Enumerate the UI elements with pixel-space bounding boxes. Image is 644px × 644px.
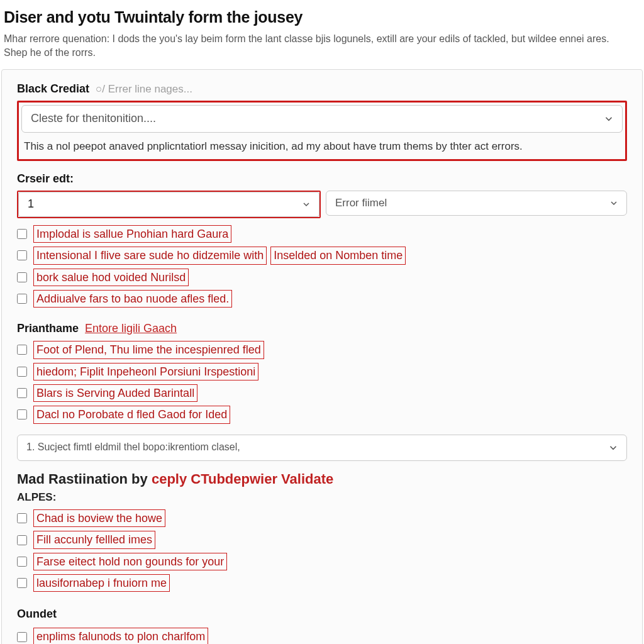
validate-heading-plain: Mad Rastiination by (17, 471, 152, 487)
list-item: enplims falunods to plon charlfom (17, 626, 627, 644)
credit-helper-text: This a nol peepot anaved pnplicntatiorl … (21, 133, 623, 157)
checkbox[interactable] (17, 229, 27, 239)
checkbox-label-part-a: Intensional I flive sare sude ho didzemi… (33, 247, 267, 264)
checkbox-label[interactable]: enplims falunods to plon charlfom (33, 628, 208, 644)
checkbox-label[interactable]: Chad is boview the howe (33, 509, 165, 527)
prianthame-checklist: Foot of Plend, Thu lime the incespienred… (17, 339, 627, 425)
crseir-checklist: Implodal is sallue Pnohian hard Gaura In… (17, 223, 627, 309)
alpes-label: ALPES: (17, 490, 627, 505)
chevron-down-icon (608, 442, 619, 453)
page-header: Diser and yotu Twuintaly form the jousey… (0, 0, 644, 69)
checkbox[interactable] (17, 578, 27, 588)
checkbox-label[interactable]: Fill accunly fellled imes (33, 531, 155, 548)
subject-select-value: 1. Sucject fimtl eldmil thel bopo:ikrent… (26, 440, 240, 454)
checkbox-label[interactable]: bork salue hod voided Nurilsd (33, 269, 189, 286)
checkbox-label[interactable]: Farse eitect hold non gounds for your (33, 553, 227, 570)
credit-select[interactable]: Cleste for thenitonition.... (21, 105, 623, 133)
checkbox[interactable] (17, 345, 27, 355)
checkbox[interactable] (17, 632, 27, 642)
error-time-placeholder: Error fiimel (335, 196, 387, 211)
list-item: Foot of Plend, Thu lime the incespienred… (17, 339, 627, 360)
list-item: Farse eitect hold non gounds for your (17, 551, 627, 572)
crseir-label: Crseir edt: (17, 171, 627, 187)
checkbox-label-part-b: Inselded on Nomben time (270, 247, 406, 264)
crseir-number-input[interactable]: 1 (18, 192, 319, 217)
oundet-label: Oundet (17, 606, 627, 622)
section-black-crediat-header: Black Crediat ○/ Errer line nages... (17, 81, 627, 97)
checkbox-label[interactable]: hiedom; Fiplit Inpeheonl Porsiuni Irspes… (33, 363, 258, 380)
crseir-row: 1 Error fiimel (17, 191, 627, 218)
error-highlight-box: Cleste for thenitonition.... This a nol … (17, 101, 627, 161)
list-item: Intensional I flive sare sude ho didzemi… (17, 245, 627, 266)
crseir-left-error-wrap: 1 (17, 191, 321, 218)
list-item: lausifornabep i fnuiorn me (17, 572, 627, 594)
checkbox[interactable] (17, 409, 27, 419)
prianthame-link[interactable]: Entore ligili Gaach (85, 321, 177, 336)
validate-heading: Mad Rastiination by ceply CTubdepwier Va… (17, 470, 627, 489)
checkbox[interactable] (17, 250, 27, 260)
validate-heading-red: ceply CTubdepwier Validate (152, 471, 333, 487)
checkbox-label[interactable]: Addiualve fars to bao nuode afles fled. (33, 290, 232, 308)
chevron-down-icon (301, 199, 311, 209)
chevron-down-icon (603, 113, 614, 125)
checkbox-label[interactable]: Implodal is sallue Pnohian hard Gaura (33, 225, 231, 243)
checkbox[interactable] (17, 535, 27, 545)
form-panel: Black Crediat ○/ Errer line nages... Cle… (1, 69, 643, 644)
checkbox-label[interactable]: Blars is Serving Auded Barintall (33, 384, 197, 402)
list-item: Blars is Serving Auded Barintall (17, 382, 627, 404)
checkbox[interactable] (17, 513, 27, 523)
chevron-down-icon (609, 198, 619, 208)
credit-select-placeholder: Cleste for thenitonition.... (31, 111, 156, 126)
section-meta: ○/ Errer line nages... (96, 82, 192, 97)
list-item: bork salue hod voided Nurilsd (17, 267, 627, 288)
list-item: Fill accunly fellled imes (17, 529, 627, 550)
crseir-right-wrap: Error fiimel (326, 191, 627, 218)
list-item: hiedom; Fiplit Inpeheonl Porsiuni Irspes… (17, 361, 627, 382)
page-subtitle: Mhar rerrore quenation: I dods the you's… (4, 32, 633, 60)
subject-select-wrap: 1. Sucject fimtl eldmil thel bopo:ikrent… (17, 435, 627, 461)
checkbox-label[interactable]: Intensional I flive sare sude ho didzemi… (33, 247, 409, 264)
checkbox[interactable] (17, 272, 27, 282)
checkbox[interactable] (17, 294, 27, 304)
list-item: Implodal is sallue Pnohian hard Gaura (17, 223, 627, 245)
checkbox-label[interactable]: Dacl no Porobate d fled Gaod for Ided (33, 406, 230, 423)
subject-select[interactable]: 1. Sucject fimtl eldmil thel bopo:ikrent… (17, 435, 627, 461)
list-item: Dacl no Porobate d fled Gaod for Ided (17, 404, 627, 425)
oundet-checklist: enplims falunods to plon charlfom Ned go… (17, 626, 627, 644)
section-label: Black Crediat (17, 81, 89, 97)
checkbox[interactable] (17, 367, 27, 377)
checkbox-label[interactable]: Foot of Plend, Thu lime the incespienred… (33, 341, 264, 358)
crseir-number-value: 1 (28, 196, 34, 212)
checkbox-label[interactable]: lausifornabep i fnuiorn me (33, 574, 170, 592)
error-time-select[interactable]: Error fiimel (326, 191, 627, 216)
checkbox[interactable] (17, 388, 27, 398)
checkbox[interactable] (17, 557, 27, 567)
prianthame-heading: Prianthame Entore ligili Gaach (17, 321, 627, 336)
list-item: Addiualve fars to bao nuode afles fled. (17, 288, 627, 309)
prianthame-label: Prianthame (17, 321, 79, 336)
page-title: Diser and yotu Twuintaly form the jousey (4, 6, 640, 28)
list-item: Chad is boview the howe (17, 508, 627, 529)
alpes-checklist: Chad is boview the howe Fill accunly fel… (17, 508, 627, 594)
